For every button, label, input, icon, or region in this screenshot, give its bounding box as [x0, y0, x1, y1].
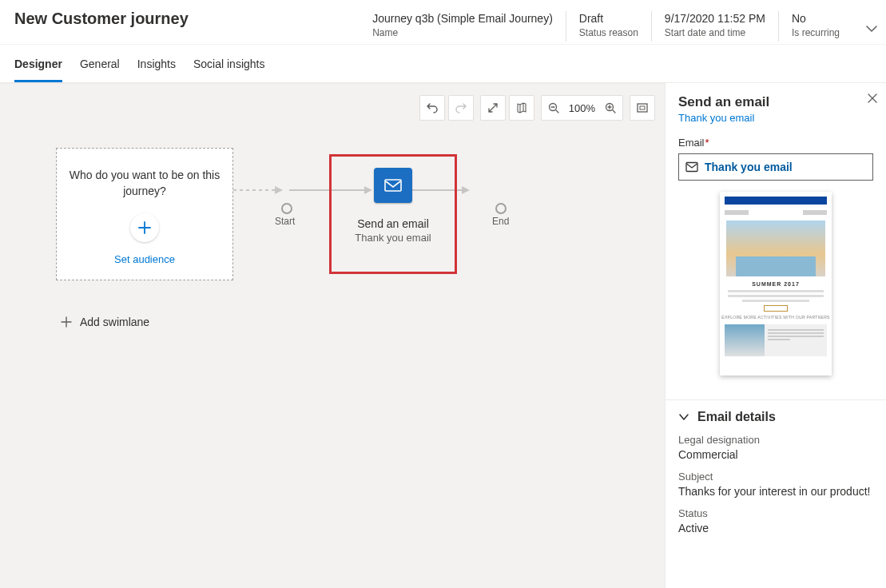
header-field-start[interactable]: 9/17/2020 11:52 PM Start date and time — [651, 11, 778, 42]
subject-label: Subject — [678, 471, 873, 483]
tab-social-insights[interactable]: Social insights — [193, 54, 265, 82]
start-node-label: Start — [275, 216, 295, 227]
chevron-down-icon — [678, 411, 689, 423]
audience-prompt-text: Who do you want to be on this journey? — [57, 168, 232, 199]
header-field-recurring[interactable]: No Is recurring — [778, 11, 870, 42]
svg-rect-11 — [686, 163, 697, 172]
undo-button[interactable] — [419, 95, 445, 121]
send-email-tile-subtitle: Thank you email — [355, 232, 431, 244]
svg-rect-10 — [385, 180, 401, 191]
zoom-out-button[interactable] — [542, 96, 566, 120]
designer-canvas[interactable]: 100% Who do you want to be on — [0, 83, 665, 588]
panel-title: Send an email — [678, 94, 873, 110]
add-audience-button[interactable] — [130, 213, 159, 242]
email-lookup-field[interactable]: Thank you email — [678, 153, 873, 181]
legal-designation-value: Commercial — [678, 448, 873, 461]
redo-button[interactable] — [448, 95, 474, 121]
tab-insights[interactable]: Insights — [137, 54, 176, 82]
mail-icon — [685, 161, 698, 173]
header-start-value: 9/17/2020 11:52 PM — [665, 11, 765, 26]
email-lookup-value: Thank you email — [705, 161, 793, 173]
set-audience-link[interactable]: Set audience — [114, 253, 175, 265]
email-details-heading: Email details — [697, 410, 776, 424]
send-email-tile[interactable] — [374, 168, 412, 203]
add-swimlane-label: Add swimlane — [80, 316, 149, 328]
header-field-status[interactable]: Draft Status reason — [566, 11, 651, 42]
fit-to-screen-button[interactable] — [630, 95, 655, 121]
status-label: Status — [678, 507, 873, 519]
end-node — [495, 203, 507, 214]
status-value: Active — [678, 522, 873, 534]
header-field-name[interactable]: Journey q3b (Simple Email Journey) Name — [360, 11, 566, 42]
svg-rect-2 — [638, 104, 647, 112]
fullscreen-button[interactable] — [480, 95, 506, 121]
zoom-level-label: 100% — [566, 102, 598, 114]
header-start-label: Start date and time — [665, 27, 765, 38]
tab-designer[interactable]: Designer — [14, 54, 62, 82]
zoom-control: 100% — [541, 95, 623, 121]
legal-designation-label: Legal designation — [678, 434, 873, 446]
email-preview-thumbnail[interactable]: SUMMER 2017 EXPLORE MORE ACTIVITIES WITH… — [720, 192, 832, 375]
header-name-label: Name — [372, 27, 553, 38]
zoom-in-button[interactable] — [598, 96, 622, 120]
panel-close-button[interactable] — [867, 93, 878, 107]
end-node-label: End — [492, 216, 509, 227]
header-status-value: Draft — [579, 11, 638, 26]
preview-caption: SUMMER 2017 — [720, 281, 832, 287]
tab-bar: Designer General Insights Social insight… — [0, 45, 886, 83]
header-expand-icon[interactable] — [865, 22, 878, 38]
header-name-value: Journey q3b (Simple Email Journey) — [372, 11, 553, 26]
properties-panel: Send an email Thank you email Email* Tha… — [665, 83, 886, 588]
start-node — [281, 203, 292, 214]
add-swimlane-button[interactable]: Add swimlane — [61, 316, 149, 328]
tab-general[interactable]: General — [80, 54, 120, 82]
header-recurring-value: No — [792, 11, 840, 26]
subject-value: Thanks for your interest in our product! — [678, 485, 873, 498]
canvas-toolbar: 100% — [419, 95, 655, 121]
header-recurring-label: Is recurring — [792, 27, 840, 38]
email-details-section-toggle[interactable]: Email details — [678, 410, 873, 424]
svg-rect-3 — [640, 106, 645, 109]
send-email-tile-highlight: Send an email Thank you email — [329, 154, 457, 274]
minimap-button[interactable] — [509, 95, 534, 121]
email-field-label: Email* — [678, 137, 873, 149]
audience-placeholder-tile[interactable]: Who do you want to be on this journey? S… — [56, 148, 233, 280]
header-status-label: Status reason — [579, 27, 638, 38]
page-title: New Customer journey — [14, 10, 189, 28]
send-email-tile-title: Send an email — [357, 217, 429, 230]
panel-subtitle-link[interactable]: Thank you email — [678, 112, 873, 124]
